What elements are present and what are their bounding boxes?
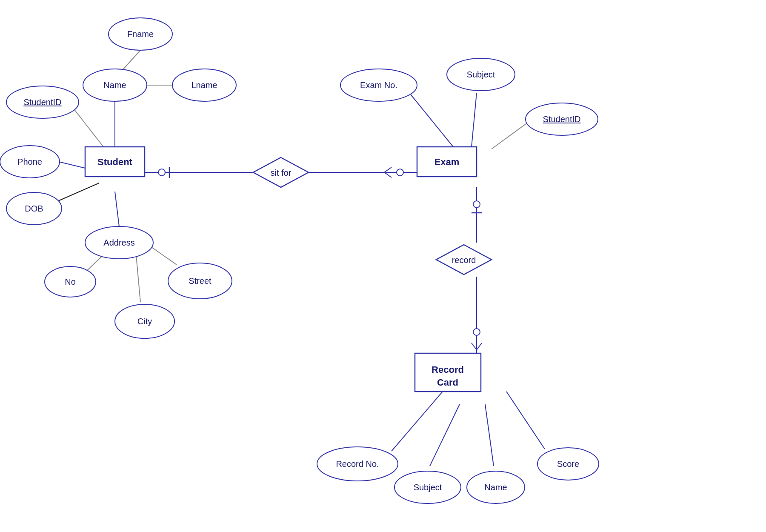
line-rc-subject [430,404,460,466]
phone-label: Phone [17,157,42,166]
er-diagram: sit for record Student Exam Record Card … [0,0,766,532]
line-address-street [151,247,177,265]
address-label: Address [103,238,134,247]
lname-label: Lname [191,80,217,90]
exam-label: Exam [434,157,460,167]
record-card-label-1: Record [432,364,464,375]
line-rc-recordno [392,392,443,451]
studentid-student-label: StudentID [24,97,62,107]
examno-label: Exam No. [360,80,397,90]
fname-label: Fname [127,29,154,39]
line-fname-name [123,50,140,69]
name-label: Name [103,80,126,90]
sit-for-label: sit for [271,168,292,177]
line-phone-student [59,162,85,168]
street-label: Street [189,276,212,286]
line-rc-score [506,392,545,449]
line-studentid-exam [492,123,528,149]
no-label: No [65,277,76,286]
studentid-exam-label: StudentID [543,114,581,124]
circle-exam-record [473,201,480,208]
name-rc-label: Name [484,483,507,492]
subject-rc-label: Subject [414,483,442,492]
crow-rc-top [472,343,477,350]
crow-top [384,167,392,172]
line-examno-exam [411,94,453,147]
record-card-label-2: Card [437,377,458,388]
circle-record-rc [473,329,480,335]
score-label: Score [557,459,579,469]
circle-many-exam [397,169,403,176]
line-studentid-student [74,110,105,149]
city-label: City [137,317,152,326]
record-label: record [452,255,476,265]
line-student-address [115,192,119,226]
subject-exam-label: Subject [467,70,495,79]
line-subject-exam [472,93,477,147]
student-label: Student [97,157,133,167]
crow-bottom [384,172,392,177]
circle-one-student [158,169,165,176]
crow-rc-bot [477,343,482,350]
line-rc-name [485,404,494,466]
line-dob-student [55,183,99,202]
line-address-city [136,255,140,302]
record-no-label: Record No. [336,459,379,469]
dob-label: DOB [25,204,43,213]
